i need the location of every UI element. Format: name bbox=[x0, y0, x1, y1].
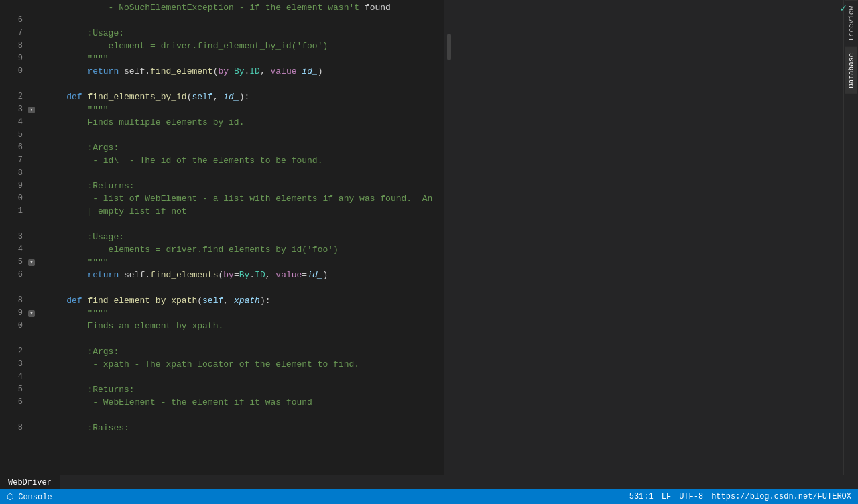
code-token: - NoSuchElementException - if the elemen… bbox=[46, 1, 391, 14]
side-tabs: Treeview Database bbox=[843, 0, 858, 475]
line-num: 8 bbox=[3, 294, 23, 307]
fold-arrow-icon[interactable]: ▾ bbox=[28, 107, 35, 113]
console-icon: ⬡ bbox=[7, 493, 13, 502]
code-token bbox=[82, 294, 88, 307]
code-token: = bbox=[229, 65, 234, 78]
code-token: , bbox=[223, 294, 234, 307]
line-num: 7 bbox=[3, 154, 23, 167]
code-line: :Returns: bbox=[46, 383, 444, 396]
fold-arrow-container[interactable]: ▾ bbox=[28, 103, 39, 116]
code-content[interactable]: - NoSuchElementException - if the elemen… bbox=[39, 0, 444, 475]
fold-space bbox=[28, 358, 39, 371]
fold-space bbox=[28, 243, 39, 256]
fold-space bbox=[28, 90, 39, 103]
code-line bbox=[46, 129, 444, 141]
code-line bbox=[46, 78, 444, 90]
code-line: :Args: bbox=[46, 141, 444, 154]
webdriver-tab[interactable]: WebDriver bbox=[0, 475, 60, 490]
line-num: 2 bbox=[3, 345, 23, 358]
fold-arrow-icon[interactable]: ▾ bbox=[28, 259, 35, 266]
fold-space bbox=[28, 141, 39, 154]
line-num bbox=[3, 1, 23, 14]
console-label[interactable]: ⬡ Console bbox=[7, 492, 52, 502]
line-num bbox=[3, 409, 23, 422]
code-token: ( bbox=[213, 65, 219, 78]
line-num: 6 bbox=[3, 141, 23, 154]
code-line: | empty list if not bbox=[46, 205, 444, 218]
code-line bbox=[46, 167, 444, 180]
line-num: 3 bbox=[3, 231, 23, 243]
code-line: - id\_ - The id of the elements to be fo… bbox=[46, 154, 444, 167]
code-token: def bbox=[46, 90, 82, 103]
code-token: find_elements bbox=[150, 269, 218, 281]
line-numbers: 6 7 8 9 0 2 3 4 5 6 7 8 9 0 1 3 4 5 6 8 … bbox=[0, 0, 28, 475]
line-num: 4 bbox=[3, 243, 23, 256]
code-token: """" bbox=[46, 103, 109, 116]
code-token: = bbox=[302, 269, 307, 281]
fold-space bbox=[28, 192, 39, 205]
code-token: value bbox=[275, 269, 302, 281]
code-token: ): bbox=[239, 90, 250, 103]
code-line: Finds an element by xpath. bbox=[46, 320, 444, 332]
code-line: Finds multiple elements by id. bbox=[46, 116, 444, 129]
status-bar: ⬡ Console 531:1 LF UTF-8 https://blog.cs… bbox=[0, 489, 858, 504]
code-token: - id\_ - The id of the elements to be fo… bbox=[46, 154, 322, 167]
fold-space bbox=[28, 345, 39, 358]
fold-space bbox=[28, 65, 39, 78]
cursor-position: 531:1 bbox=[629, 492, 654, 501]
code-token: by bbox=[218, 65, 229, 78]
code-line bbox=[46, 218, 444, 231]
encoding: UTF-8 bbox=[679, 492, 703, 501]
code-token: self. bbox=[119, 65, 150, 78]
line-num: 0 bbox=[3, 192, 23, 205]
fold-space bbox=[28, 294, 39, 307]
line-num: 9 bbox=[3, 52, 23, 65]
code-token: id_ bbox=[223, 90, 239, 103]
code-token: value bbox=[271, 65, 297, 78]
fold-space bbox=[28, 218, 39, 231]
fold-space bbox=[28, 409, 39, 422]
fold-space bbox=[28, 129, 39, 141]
line-num: 6 bbox=[3, 14, 23, 27]
line-num: 5 bbox=[3, 256, 23, 269]
fold-arrow-container[interactable]: ▾ bbox=[28, 307, 39, 320]
code-token: :Returns: bbox=[46, 383, 135, 396]
code-line: return self. find_element ( by = By . ID… bbox=[46, 65, 444, 78]
fold-space bbox=[28, 231, 39, 243]
code-token: :Usage: bbox=[46, 231, 124, 243]
code-line: def find_element_by_xpath ( self , xpath… bbox=[46, 294, 444, 307]
line-num: 1 bbox=[3, 205, 23, 218]
code-line: - WebElement - the element if it was fou… bbox=[46, 396, 444, 409]
treeview-tab[interactable]: Treeview bbox=[845, 0, 857, 47]
code-token: - WebElement - the element if it was fou… bbox=[46, 396, 312, 409]
code-token: :Usage: bbox=[46, 27, 124, 40]
code-line: :Usage: bbox=[46, 27, 444, 40]
database-tab[interactable]: Database bbox=[845, 47, 857, 94]
fold-arrow-container[interactable]: ▾ bbox=[28, 256, 39, 269]
code-token: By bbox=[239, 269, 250, 281]
line-num: 3 bbox=[3, 358, 23, 371]
scrollbar-track[interactable] bbox=[444, 0, 843, 475]
code-token: Finds multiple elements by id. bbox=[46, 116, 244, 129]
code-token: . bbox=[249, 269, 255, 281]
fold-arrow-icon[interactable]: ▾ bbox=[28, 310, 35, 317]
code-token: ID bbox=[255, 269, 265, 281]
app: ✓ 6 7 8 9 0 2 3 4 5 6 7 8 9 0 1 3 4 5 6 bbox=[0, 0, 858, 504]
scrollbar-thumb[interactable] bbox=[447, 34, 451, 60]
code-token: find_element bbox=[150, 65, 213, 78]
code-token: self. bbox=[119, 269, 150, 281]
tab-bar: WebDriver bbox=[0, 475, 858, 489]
code-token bbox=[82, 90, 88, 103]
code-token: ): bbox=[260, 294, 271, 307]
editor-area: 6 7 8 9 0 2 3 4 5 6 7 8 9 0 1 3 4 5 6 8 … bbox=[0, 0, 858, 475]
code-token: :Raises: bbox=[46, 422, 129, 434]
code-token: , bbox=[265, 269, 276, 281]
code-line: - list of WebElement - a list with eleme… bbox=[46, 192, 444, 205]
line-num bbox=[3, 332, 23, 345]
line-ending: LF bbox=[662, 492, 671, 501]
fold-space bbox=[28, 116, 39, 129]
code-token: ) bbox=[323, 269, 328, 281]
code-token: :Args: bbox=[46, 345, 119, 358]
line-num bbox=[3, 281, 23, 294]
code-line: """" bbox=[46, 307, 444, 320]
